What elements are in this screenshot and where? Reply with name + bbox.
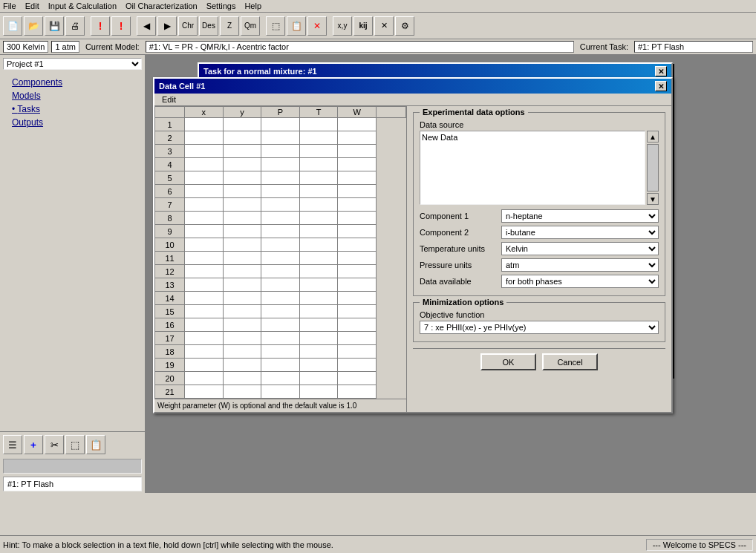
sidebar-list-btn[interactable]: ☰	[3, 435, 22, 454]
input-w-1[interactable]	[338, 118, 376, 131]
data-available-select[interactable]: for both phases	[501, 275, 659, 288]
input-x-4[interactable]	[185, 158, 223, 171]
input-y-13[interactable]	[224, 278, 261, 291]
input-y-14[interactable]	[224, 292, 261, 304]
input-w-20[interactable]	[338, 372, 376, 385]
sidebar-scrollbar[interactable]	[3, 459, 142, 474]
input-w-9[interactable]	[338, 225, 376, 238]
input-x-16[interactable]	[185, 318, 223, 331]
cancel-button[interactable]: Cancel	[542, 353, 598, 370]
back-button[interactable]: ◀	[137, 16, 156, 36]
input-p-4[interactable]	[261, 158, 299, 171]
input-y-10[interactable]	[224, 238, 261, 251]
input-p-3[interactable]	[261, 145, 299, 157]
input-w-19[interactable]	[338, 359, 376, 371]
input-t-4[interactable]	[300, 158, 338, 171]
input-x-15[interactable]	[185, 305, 223, 318]
input-x-2[interactable]	[185, 131, 223, 144]
input-t-12[interactable]	[300, 265, 338, 278]
input-t-21[interactable]	[300, 385, 338, 398]
input-t-7[interactable]	[300, 198, 338, 211]
menu-input[interactable]: Input & Calculation	[48, 1, 117, 10]
input-x-13[interactable]	[185, 278, 223, 291]
input-t-14[interactable]	[300, 292, 338, 304]
copy2-button[interactable]: ⬚	[266, 16, 285, 36]
input-p-9[interactable]	[261, 225, 299, 238]
datacell-menu-edit[interactable]: Edit	[159, 94, 179, 105]
input-y-3[interactable]	[224, 145, 261, 157]
input-t-18[interactable]	[300, 345, 338, 358]
input-w-16[interactable]	[338, 318, 376, 331]
input-w-10[interactable]	[338, 238, 376, 251]
input-w-12[interactable]	[338, 265, 376, 278]
input-w-14[interactable]	[338, 292, 376, 304]
input-p-12[interactable]	[261, 265, 299, 278]
input-p-14[interactable]	[261, 292, 299, 304]
input-t-19[interactable]	[300, 359, 338, 371]
input-t-5[interactable]	[300, 171, 338, 184]
sidebar-add-btn[interactable]: +	[24, 435, 43, 454]
menu-edit[interactable]: Edit	[25, 1, 39, 10]
input-w-3[interactable]	[338, 145, 376, 157]
xy-button[interactable]: x,y	[333, 16, 352, 36]
open-button[interactable]: 📂	[24, 16, 43, 36]
input-p-21[interactable]	[261, 385, 299, 398]
chr-button[interactable]: Chr	[178, 16, 198, 36]
input-y-20[interactable]	[224, 372, 261, 385]
menu-settings[interactable]: Settings	[206, 1, 236, 10]
input-x-21[interactable]	[185, 385, 223, 398]
input-w-8[interactable]	[338, 212, 376, 224]
sidebar-item-tasks[interactable]: Tasks	[6, 102, 139, 116]
sidebar-item-models[interactable]: Models	[6, 89, 139, 102]
new-button[interactable]: 📄	[3, 16, 22, 36]
input-y-1[interactable]	[224, 118, 261, 131]
x-button[interactable]: ✕	[374, 16, 394, 36]
input-p-1[interactable]	[261, 118, 299, 131]
objective-select[interactable]: 7 : xe PHII(xe) - ye PHIv(ye)	[420, 321, 659, 334]
input-w-4[interactable]	[338, 158, 376, 171]
gear-button[interactable]: ⚙	[395, 16, 414, 36]
input-y-11[interactable]	[224, 252, 261, 264]
input-w-18[interactable]	[338, 345, 376, 358]
input-w-7[interactable]	[338, 198, 376, 211]
forward-button[interactable]: ▶	[157, 16, 177, 36]
input-w-17[interactable]	[338, 332, 376, 344]
input-w-11[interactable]	[338, 252, 376, 264]
project-dropdown[interactable]: Project #1	[3, 58, 142, 70]
input-t-20[interactable]	[300, 372, 338, 385]
input-y-4[interactable]	[224, 158, 261, 171]
task-list-item[interactable]: #1: PT Flash	[4, 478, 140, 490]
input-x-9[interactable]	[185, 225, 223, 238]
input-w-21[interactable]	[338, 385, 376, 398]
print-button[interactable]: 🖨	[65, 16, 85, 36]
input-t-1[interactable]	[300, 118, 338, 131]
grid-scroll[interactable]: x y P T W 123456789101112131415161718192…	[154, 106, 406, 399]
input-t-15[interactable]	[300, 305, 338, 318]
input-w-5[interactable]	[338, 171, 376, 184]
input-t-13[interactable]	[300, 278, 338, 291]
menu-file[interactable]: File	[3, 1, 16, 10]
input-x-18[interactable]	[185, 345, 223, 358]
input-x-10[interactable]	[185, 238, 223, 251]
sidebar-cut-btn[interactable]: ✂	[45, 435, 64, 454]
input-p-6[interactable]	[261, 185, 299, 197]
input-x-7[interactable]	[185, 198, 223, 211]
input-p-17[interactable]	[261, 332, 299, 344]
input-t-9[interactable]	[300, 225, 338, 238]
input-p-10[interactable]	[261, 238, 299, 251]
input-y-16[interactable]	[224, 318, 261, 331]
sidebar-item-outputs[interactable]: Outputs	[6, 116, 139, 129]
input-t-17[interactable]	[300, 332, 338, 344]
input-w-15[interactable]	[338, 305, 376, 318]
save-button[interactable]: 💾	[45, 16, 64, 36]
input-x-6[interactable]	[185, 185, 223, 197]
input-t-6[interactable]	[300, 185, 338, 197]
exclamation1-button[interactable]: !	[91, 16, 110, 36]
input-y-18[interactable]	[224, 345, 261, 358]
temp-units-select[interactable]: Kelvin	[501, 242, 659, 255]
input-p-5[interactable]	[261, 171, 299, 184]
input-y-5[interactable]	[224, 171, 261, 184]
scroll-down[interactable]: ▼	[647, 193, 659, 205]
sidebar-copy-btn[interactable]: ⬚	[65, 435, 85, 454]
input-p-2[interactable]	[261, 131, 299, 144]
